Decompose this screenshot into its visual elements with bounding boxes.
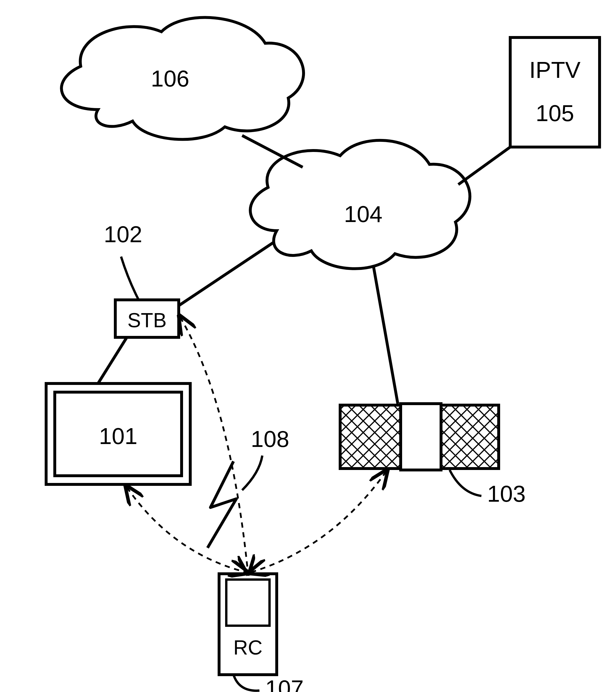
iptv-ref: 105	[535, 100, 574, 126]
iptv-box: IPTV 105	[510, 38, 599, 147]
stb-ref: 102	[104, 221, 142, 247]
svg-line-11	[458, 147, 510, 185]
cloud-106-label: 106	[151, 66, 189, 91]
cloud-104-label: 104	[344, 201, 382, 227]
wireless-ref-leader: 108	[242, 426, 289, 490]
cloud-104: 104	[250, 140, 470, 269]
remote-ref-leader: 107	[234, 675, 304, 692]
remote-label: RC	[233, 636, 262, 659]
svg-rect-1	[510, 38, 599, 147]
iptv-title: IPTV	[529, 57, 580, 83]
svg-rect-9	[226, 580, 269, 626]
remote-ref: 107	[265, 675, 304, 692]
stb-ref-leader: 102	[104, 221, 142, 299]
wireless-ref: 108	[251, 426, 289, 452]
stb-box: STB	[115, 300, 179, 337]
svg-line-12	[179, 242, 274, 306]
svg-line-13	[98, 337, 127, 384]
server-ref: 103	[487, 481, 526, 506]
network-diagram: 106 104 IPTV 105 STB 102 101 103	[0, 0, 616, 692]
wireless-bolt	[207, 461, 236, 548]
svg-rect-6	[401, 404, 441, 470]
server-box	[340, 404, 499, 470]
tv-label: 101	[99, 423, 137, 449]
svg-line-14	[373, 265, 398, 404]
stb-label: STB	[127, 309, 167, 331]
remote-control: RC	[219, 574, 277, 675]
tv-box: 101	[46, 384, 190, 484]
svg-line-10	[242, 135, 303, 167]
server-ref-leader: 103	[450, 470, 526, 506]
svg-rect-7	[441, 405, 499, 469]
cloud-106: 106	[61, 18, 304, 139]
svg-rect-5	[340, 405, 401, 469]
